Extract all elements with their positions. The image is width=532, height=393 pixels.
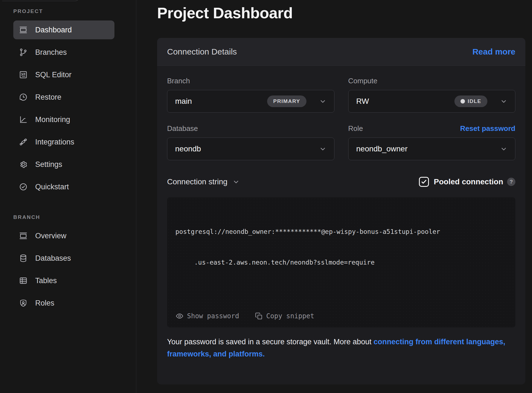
card-title: Connection Details <box>167 47 237 56</box>
sidebar-item-label: Restore <box>35 93 62 102</box>
role-select-value: neondb_owner <box>356 144 500 153</box>
sidebar-item-label: SQL Editor <box>35 71 71 79</box>
sidebar-item-label: Tables <box>35 276 57 285</box>
eye-icon <box>175 312 184 320</box>
sidebar-item-monitoring[interactable]: Monitoring <box>13 110 114 129</box>
card-header: Connection Details Read more <box>157 38 525 66</box>
password-vault-text: Your password is saved in a secure stora… <box>167 338 374 346</box>
roles-icon <box>19 299 28 307</box>
settings-icon <box>19 160 28 169</box>
chevron-down-icon <box>232 178 240 185</box>
sidebar-item-label: Quickstart <box>35 183 69 191</box>
idle-badge: IDLE <box>454 95 487 107</box>
database-label: Database <box>167 124 198 133</box>
status-dot-icon <box>461 99 465 104</box>
sidebar-item-integrations[interactable]: Integrations <box>13 133 114 151</box>
databases-icon <box>19 254 28 263</box>
tables-icon <box>19 276 28 285</box>
quickstart-icon <box>19 182 28 191</box>
sidebar-section-gap <box>13 200 114 214</box>
sidebar-section-branch: BRANCH <box>13 214 114 220</box>
sidebar: PROJECT Dashboard Branches SQL Editor Re… <box>0 0 136 393</box>
connection-string-value: postgresql://neondb_owner:************@e… <box>175 206 507 288</box>
connection-string-row: Connection string Pooled connection ? <box>167 177 515 187</box>
database-select-value: neondb <box>175 144 319 153</box>
branch-select[interactable]: main PRIMARY <box>167 90 334 113</box>
sidebar-top-divider-fragment <box>2 0 79 1</box>
connection-details-card: Connection Details Read more Branch main… <box>157 38 525 384</box>
branch-field: Branch main PRIMARY <box>167 76 334 113</box>
sidebar-item-settings[interactable]: Settings <box>13 155 114 174</box>
password-vault-note: Your password is saved in a secure stora… <box>167 336 515 360</box>
code-actions: Show password Copy snippet <box>175 312 330 320</box>
copy-snippet-button[interactable]: Copy snippet <box>255 312 314 320</box>
integrations-icon <box>19 138 28 146</box>
sidebar-item-tables[interactable]: Tables <box>13 271 114 290</box>
sql-editor-icon <box>19 70 28 79</box>
connection-string-line-1: postgresql://neondb_owner:************@e… <box>175 227 507 237</box>
compute-field: Compute RW IDLE <box>348 76 516 113</box>
primary-badge: PRIMARY <box>267 95 306 107</box>
sidebar-item-label: Monitoring <box>35 115 70 124</box>
sidebar-item-label: Roles <box>35 299 54 307</box>
dashboard-icon <box>19 25 28 34</box>
branch-label: Branch <box>167 77 190 85</box>
page-title: Project Dashboard <box>157 4 525 22</box>
sidebar-item-label: Databases <box>35 254 71 263</box>
main-content: Project Dashboard Connection Details Rea… <box>136 0 532 393</box>
database-select[interactable]: neondb <box>167 138 334 160</box>
compute-select[interactable]: RW IDLE <box>348 90 516 113</box>
branch-select-value: main <box>175 97 267 106</box>
pooled-connection-label: Pooled connection <box>434 177 503 186</box>
role-select[interactable]: neondb_owner <box>348 138 516 160</box>
monitoring-icon <box>19 115 28 124</box>
field-row-1: Branch main PRIMARY Compute <box>167 76 515 113</box>
restore-icon <box>19 93 28 102</box>
sidebar-item-dashboard[interactable]: Dashboard <box>13 20 114 39</box>
sidebar-item-overview[interactable]: Overview <box>13 226 114 245</box>
read-more-link[interactable]: Read more <box>472 47 515 56</box>
compute-select-value: RW <box>356 97 454 106</box>
chevron-down-icon <box>500 98 507 105</box>
sidebar-item-restore[interactable]: Restore <box>13 88 114 107</box>
card-body: Branch main PRIMARY Compute <box>157 66 525 360</box>
overview-icon <box>19 231 28 240</box>
show-password-button[interactable]: Show password <box>175 312 239 320</box>
sidebar-item-label: Settings <box>35 160 62 169</box>
role-label: Role <box>348 124 363 133</box>
sidebar-item-quickstart[interactable]: Quickstart <box>13 177 114 196</box>
role-field: Role Reset password neondb_owner <box>348 124 516 160</box>
branches-icon <box>19 48 28 57</box>
pooled-connection-checkbox[interactable] <box>419 177 429 187</box>
sidebar-item-label: Integrations <box>35 138 74 146</box>
connection-string-label: Connection string <box>167 177 227 186</box>
sidebar-item-sql-editor[interactable]: SQL Editor <box>13 65 114 84</box>
sidebar-item-branches[interactable]: Branches <box>13 43 114 62</box>
copy-icon <box>255 312 263 320</box>
connection-string-dropdown[interactable]: Connection string <box>167 177 240 186</box>
field-row-2: Database neondb Role Reset password <box>167 124 515 160</box>
chevron-down-icon <box>319 98 326 105</box>
sidebar-item-label: Branches <box>35 48 67 57</box>
chevron-down-icon <box>319 145 326 152</box>
chevron-down-icon <box>500 145 507 152</box>
sidebar-item-label: Dashboard <box>35 26 72 34</box>
database-field: Database neondb <box>167 124 334 160</box>
sidebar-section-project: PROJECT <box>13 8 114 14</box>
compute-label: Compute <box>348 77 378 85</box>
connection-string-line-2: .us-east-2.aws.neon.tech/neondb?sslmode=… <box>175 257 507 268</box>
pooled-connection-control: Pooled connection ? <box>419 177 515 187</box>
connection-string-block: postgresql://neondb_owner:************@e… <box>167 197 515 327</box>
sidebar-item-databases[interactable]: Databases <box>13 249 114 268</box>
help-icon[interactable]: ? <box>507 178 515 186</box>
sidebar-item-roles[interactable]: Roles <box>13 294 114 312</box>
sidebar-item-label: Overview <box>35 232 66 240</box>
reset-password-link[interactable]: Reset password <box>460 124 515 133</box>
